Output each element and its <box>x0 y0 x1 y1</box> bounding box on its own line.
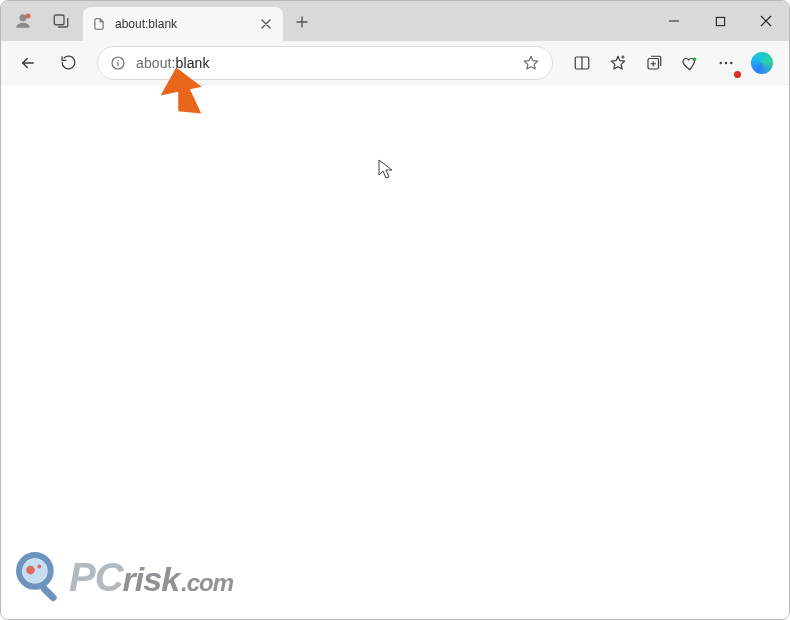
minimize-icon <box>668 15 680 27</box>
svg-rect-2 <box>54 15 64 25</box>
svg-rect-3 <box>716 17 724 25</box>
tab-close-button[interactable] <box>257 15 275 33</box>
page-favicon-icon <box>91 16 107 32</box>
svg-point-10 <box>730 61 732 63</box>
extension-button[interactable] <box>673 46 707 80</box>
favorites-icon <box>609 54 627 72</box>
svg-point-7 <box>693 57 697 61</box>
copilot-button[interactable] <box>745 46 779 80</box>
close-window-button[interactable] <box>743 1 789 41</box>
svg-point-9 <box>725 61 727 63</box>
titlebar: about:blank <box>1 1 789 41</box>
svg-point-0 <box>20 14 27 21</box>
profile-button[interactable] <box>7 5 39 37</box>
notification-dot-icon <box>734 71 741 78</box>
browser-window: about:blank <box>0 0 790 620</box>
toolbar-right <box>565 46 779 80</box>
more-icon <box>717 54 735 72</box>
close-icon <box>760 15 772 27</box>
tab-actions-icon <box>52 12 70 30</box>
refresh-button[interactable] <box>51 46 85 80</box>
copilot-icon <box>751 52 773 74</box>
browser-tab[interactable]: about:blank <box>83 7 283 41</box>
favorites-button[interactable] <box>601 46 635 80</box>
url-path-part: blank <box>176 55 210 71</box>
toolbar: about:blank <box>1 41 789 85</box>
more-button[interactable] <box>709 46 743 80</box>
back-button[interactable] <box>11 46 45 80</box>
refresh-icon <box>60 54 77 71</box>
maximize-icon <box>715 16 726 27</box>
titlebar-left-controls <box>1 1 77 41</box>
extension-icon <box>681 54 699 72</box>
close-icon <box>261 19 271 29</box>
split-screen-button[interactable] <box>565 46 599 80</box>
site-info-button[interactable] <box>108 53 128 73</box>
url-host-part: about: <box>136 55 176 71</box>
collections-icon <box>645 54 663 72</box>
arrow-left-icon <box>19 54 37 72</box>
address-bar[interactable]: about:blank <box>97 46 553 80</box>
new-tab-button[interactable] <box>287 7 317 37</box>
favorite-button[interactable] <box>520 52 542 74</box>
minimize-button[interactable] <box>651 1 697 41</box>
url-text: about:blank <box>136 55 512 71</box>
tab-actions-button[interactable] <box>45 5 77 37</box>
split-screen-icon <box>573 54 591 72</box>
tab-title: about:blank <box>115 17 249 31</box>
page-content <box>1 85 789 619</box>
window-controls <box>651 1 789 41</box>
profile-icon <box>13 11 33 31</box>
collections-button[interactable] <box>637 46 671 80</box>
svg-point-1 <box>26 14 31 19</box>
maximize-button[interactable] <box>697 1 743 41</box>
info-icon <box>110 55 126 71</box>
svg-point-8 <box>720 61 722 63</box>
plus-icon <box>296 16 308 28</box>
star-icon <box>522 54 540 72</box>
